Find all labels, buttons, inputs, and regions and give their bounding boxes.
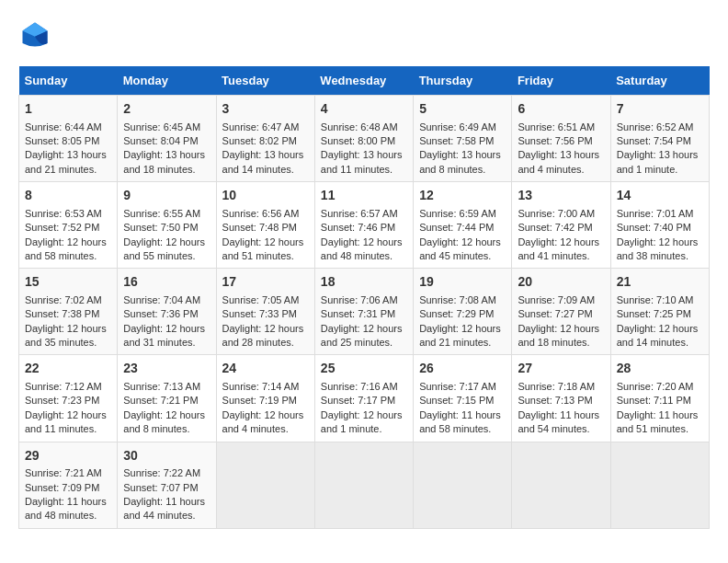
day-number: 8	[25, 187, 111, 205]
day-number: 26	[419, 360, 506, 378]
day-number: 18	[321, 273, 407, 292]
calendar-cell: 22Sunrise: 7:12 AMSunset: 7:23 PMDayligh…	[19, 355, 118, 442]
day-number: 27	[518, 360, 604, 378]
calendar-cell: 13Sunrise: 7:00 AMSunset: 7:42 PMDayligh…	[512, 182, 610, 269]
calendar-cell	[610, 442, 709, 528]
day-number: 1	[25, 100, 111, 119]
day-number: 13	[518, 187, 604, 205]
calendar-cell: 19Sunrise: 7:08 AMSunset: 7:29 PMDayligh…	[414, 269, 512, 355]
day-of-week-header: Wednesday	[314, 66, 413, 96]
day-number: 24	[222, 360, 309, 378]
day-number: 25	[321, 360, 407, 378]
day-of-week-header: Sunday	[19, 66, 118, 96]
calendar-cell: 21Sunrise: 7:10 AMSunset: 7:25 PMDayligh…	[610, 269, 709, 355]
page-header	[18, 18, 710, 52]
day-number: 5	[419, 100, 506, 119]
day-number: 3	[222, 100, 309, 119]
calendar-cell: 7Sunrise: 6:52 AMSunset: 7:54 PMDaylight…	[610, 96, 709, 182]
calendar-cell: 17Sunrise: 7:05 AMSunset: 7:33 PMDayligh…	[216, 269, 314, 355]
logo	[18, 18, 57, 52]
day-number: 21	[617, 273, 703, 292]
calendar-cell: 5Sunrise: 6:49 AMSunset: 7:58 PMDaylight…	[414, 96, 512, 182]
day-number: 30	[123, 447, 210, 465]
calendar-cell: 23Sunrise: 7:13 AMSunset: 7:21 PMDayligh…	[118, 355, 216, 442]
day-number: 9	[123, 187, 210, 205]
day-number: 11	[321, 187, 407, 205]
day-number: 7	[617, 100, 703, 119]
day-number: 4	[321, 100, 407, 119]
calendar-cell: 9Sunrise: 6:55 AMSunset: 7:50 PMDaylight…	[118, 182, 216, 269]
calendar-header-row: SundayMondayTuesdayWednesdayThursdayFrid…	[19, 66, 710, 96]
calendar-cell: 3Sunrise: 6:47 AMSunset: 8:02 PMDaylight…	[216, 96, 314, 182]
calendar-cell: 28Sunrise: 7:20 AMSunset: 7:11 PMDayligh…	[610, 355, 709, 442]
day-of-week-header: Tuesday	[216, 66, 314, 96]
calendar-cell: 30Sunrise: 7:22 AMSunset: 7:07 PMDayligh…	[118, 442, 216, 528]
day-of-week-header: Friday	[512, 66, 610, 96]
calendar-cell: 8Sunrise: 6:53 AMSunset: 7:52 PMDaylight…	[19, 182, 118, 269]
calendar-cell: 6Sunrise: 6:51 AMSunset: 7:56 PMDaylight…	[512, 96, 610, 182]
day-number: 17	[222, 273, 309, 292]
calendar-cell: 27Sunrise: 7:18 AMSunset: 7:13 PMDayligh…	[512, 355, 610, 442]
day-number: 20	[518, 273, 604, 292]
day-number: 14	[617, 187, 703, 205]
day-number: 16	[123, 273, 210, 292]
calendar-cell: 2Sunrise: 6:45 AMSunset: 8:04 PMDaylight…	[118, 96, 216, 182]
day-number: 28	[617, 360, 703, 378]
calendar-table: SundayMondayTuesdayWednesdayThursdayFrid…	[18, 66, 710, 529]
calendar-cell: 11Sunrise: 6:57 AMSunset: 7:46 PMDayligh…	[314, 182, 413, 269]
day-number: 19	[419, 273, 506, 292]
day-number: 29	[25, 447, 111, 465]
calendar-cell: 10Sunrise: 6:56 AMSunset: 7:48 PMDayligh…	[216, 182, 314, 269]
calendar-cell	[414, 442, 512, 528]
day-number: 22	[25, 360, 111, 378]
calendar-cell: 18Sunrise: 7:06 AMSunset: 7:31 PMDayligh…	[314, 269, 413, 355]
day-of-week-header: Saturday	[610, 66, 709, 96]
calendar-row: 22Sunrise: 7:12 AMSunset: 7:23 PMDayligh…	[19, 355, 710, 442]
calendar-cell: 25Sunrise: 7:16 AMSunset: 7:17 PMDayligh…	[314, 355, 413, 442]
day-number: 23	[123, 360, 210, 378]
calendar-cell: 26Sunrise: 7:17 AMSunset: 7:15 PMDayligh…	[414, 355, 512, 442]
day-number: 12	[419, 187, 506, 205]
calendar-cell: 20Sunrise: 7:09 AMSunset: 7:27 PMDayligh…	[512, 269, 610, 355]
calendar-cell: 14Sunrise: 7:01 AMSunset: 7:40 PMDayligh…	[610, 182, 709, 269]
calendar-cell: 12Sunrise: 6:59 AMSunset: 7:44 PMDayligh…	[414, 182, 512, 269]
calendar-row: 8Sunrise: 6:53 AMSunset: 7:52 PMDaylight…	[19, 182, 710, 269]
calendar-cell: 29Sunrise: 7:21 AMSunset: 7:09 PMDayligh…	[19, 442, 118, 528]
day-number: 10	[222, 187, 309, 205]
calendar-cell: 4Sunrise: 6:48 AMSunset: 8:00 PMDaylight…	[314, 96, 413, 182]
calendar-row: 29Sunrise: 7:21 AMSunset: 7:09 PMDayligh…	[19, 442, 710, 528]
calendar-cell: 16Sunrise: 7:04 AMSunset: 7:36 PMDayligh…	[118, 269, 216, 355]
day-number: 2	[123, 100, 210, 119]
calendar-cell	[314, 442, 413, 528]
calendar-cell	[216, 442, 314, 528]
day-number: 15	[25, 273, 111, 292]
day-number: 6	[518, 100, 604, 119]
day-of-week-header: Thursday	[414, 66, 512, 96]
calendar-row: 1Sunrise: 6:44 AMSunset: 8:05 PMDaylight…	[19, 96, 710, 182]
day-of-week-header: Monday	[118, 66, 216, 96]
logo-icon	[18, 18, 51, 52]
calendar-cell: 1Sunrise: 6:44 AMSunset: 8:05 PMDaylight…	[19, 96, 118, 182]
calendar-row: 15Sunrise: 7:02 AMSunset: 7:38 PMDayligh…	[19, 269, 710, 355]
calendar-cell: 24Sunrise: 7:14 AMSunset: 7:19 PMDayligh…	[216, 355, 314, 442]
calendar-cell	[512, 442, 610, 528]
calendar-cell: 15Sunrise: 7:02 AMSunset: 7:38 PMDayligh…	[19, 269, 118, 355]
